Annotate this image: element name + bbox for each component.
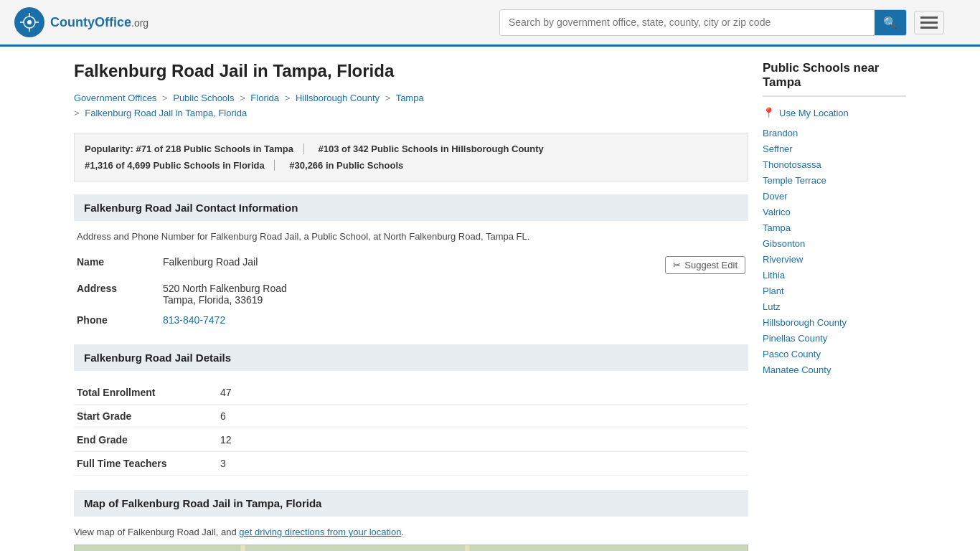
search-icon: 🔍 (883, 17, 897, 29)
address-value: 520 North Falkenburg Road Tampa, Florida… (160, 278, 748, 310)
details-section-header: Falkenburg Road Jail Details (74, 344, 748, 371)
list-item: Lithia (763, 269, 906, 281)
list-item: Pasco County (763, 348, 906, 359)
contact-section-desc: Address and Phone Number for Falkenburg … (74, 231, 748, 242)
enrollment-value: 47 (217, 381, 748, 405)
sidebar-link-seffner[interactable]: Seffner (763, 143, 793, 154)
list-item: Dover (763, 190, 906, 202)
sidebar-link-temple-terrace[interactable]: Temple Terrace (763, 175, 826, 186)
teachers-label: Full Time Teachers (74, 452, 217, 476)
logo-icon (14, 7, 44, 37)
logo-text: CountyOffice.org (50, 15, 149, 30)
list-item: Gibsonton (763, 237, 906, 249)
menu-bar-2 (920, 22, 938, 24)
menu-bar-1 (920, 17, 938, 19)
pop-item-3: #1,316 of 4,699 Public Schools in Florid… (85, 160, 265, 171)
popularity-label: Popularity: (85, 143, 133, 154)
list-item: Thonotosassa (763, 159, 906, 170)
breadcrumb-link-gov-offices[interactable]: Government Offices (74, 93, 156, 103)
menu-button[interactable] (914, 11, 944, 34)
breadcrumb-link-public-schools[interactable]: Public Schools (173, 93, 234, 103)
sidebar-link-pinellas[interactable]: Pinellas County (763, 333, 827, 344)
sidebar-link-hillsborough[interactable]: Hillsborough County (763, 317, 847, 328)
sidebar-link-lithia[interactable]: Lithia (763, 270, 785, 281)
details-table: Total Enrollment 47 Start Grade 6 End Gr… (74, 381, 748, 476)
list-item: Plant (763, 285, 906, 296)
search-box: 🔍 (499, 9, 907, 36)
driving-directions-link[interactable]: get driving directions from your locatio… (239, 527, 401, 537)
start-grade-label: Start Grade (74, 405, 217, 428)
list-item: Hillsborough County (763, 316, 906, 328)
sidebar-link-manatee[interactable]: Manatee County (763, 364, 831, 375)
sidebar-link-brandon[interactable]: Brandon (763, 128, 798, 138)
svg-rect-7 (75, 545, 748, 551)
suggest-edit-button[interactable]: ✂ Suggest Edit (665, 256, 745, 274)
list-item: Seffner (763, 143, 906, 154)
sidebar-link-dover[interactable]: Dover (763, 191, 788, 202)
search-area: 🔍 (499, 9, 944, 36)
sidebar-links-list: Brandon Seffner Thonotosassa Temple Terr… (763, 127, 906, 375)
start-grade-value: 6 (217, 405, 748, 428)
page-title: Falkenburg Road Jail in Tampa, Florida (74, 61, 748, 81)
breadcrumb-link-florida[interactable]: Florida (250, 93, 279, 103)
search-input[interactable] (500, 11, 875, 34)
pop-item-2: #103 of 342 Public Schools in Hillsborou… (319, 143, 544, 154)
sidebar: Public Schools near Tampa 📍 Use My Locat… (763, 61, 906, 551)
table-row: Address 520 North Falkenburg Road Tampa,… (74, 278, 748, 310)
phone-label: Phone (74, 310, 160, 330)
breadcrumb-link-current[interactable]: Falkenburg Road Jail in Tampa, Florida (85, 108, 247, 118)
table-row: Phone 813-840-7472 (74, 310, 748, 330)
sidebar-link-plant[interactable]: Plant (763, 286, 784, 296)
end-grade-value: 12 (217, 428, 748, 452)
table-row: Name Falkenburg Road Jail ✂ Suggest Edit (74, 252, 748, 278)
list-item: Pinellas County (763, 332, 906, 344)
sidebar-link-tampa[interactable]: Tampa (763, 222, 791, 233)
list-item: Brandon (763, 127, 906, 138)
name-value: Falkenburg Road Jail ✂ Suggest Edit (160, 252, 748, 278)
sidebar-link-gibsonton[interactable]: Gibsonton (763, 238, 805, 249)
list-item: Manatee County (763, 364, 906, 375)
list-item: Temple Terrace (763, 174, 906, 186)
pop-item-4: #30,266 in Public Schools (289, 160, 403, 171)
map-section-header: Map of Falkenburg Road Jail in Tampa, Fl… (74, 490, 748, 517)
main-container: Falkenburg Road Jail in Tampa, Florida G… (60, 47, 920, 551)
sidebar-link-riverview[interactable]: Riverview (763, 254, 803, 265)
end-grade-label: End Grade (74, 428, 217, 452)
list-item: Riverview (763, 253, 906, 265)
use-my-location-label: Use My Location (779, 108, 849, 118)
sidebar-link-pasco[interactable]: Pasco County (763, 349, 821, 359)
menu-bar-3 (920, 27, 938, 29)
table-row: Start Grade 6 (74, 405, 748, 428)
phone-link[interactable]: 813-840-7472 (163, 314, 225, 326)
address-label: Address (74, 278, 160, 310)
sidebar-link-thonotosassa[interactable]: Thonotosassa (763, 159, 821, 170)
breadcrumb-link-tampa[interactable]: Tampa (396, 93, 424, 103)
contact-table: Name Falkenburg Road Jail ✂ Suggest Edit… (74, 252, 748, 330)
edit-icon: ✂ (673, 260, 681, 270)
table-row: End Grade 12 (74, 428, 748, 452)
phone-value: 813-840-7472 (160, 310, 748, 330)
name-label: Name (74, 252, 160, 278)
teachers-value: 3 (217, 452, 748, 476)
breadcrumb: Government Offices > Public Schools > Fl… (74, 91, 748, 121)
contact-section-header: Falkenburg Road Jail Contact Information (74, 194, 748, 221)
list-item: Lutz (763, 301, 906, 312)
use-my-location-button[interactable]: 📍 Use My Location (763, 107, 849, 118)
map-description: View map of Falkenburg Road Jail, and ge… (74, 527, 748, 537)
site-header: CountyOffice.org 🔍 (0, 0, 980, 47)
logo-area: CountyOffice.org (14, 7, 149, 37)
list-item: Valrico (763, 206, 906, 217)
map-image: + − Sheriff's Office District 1 (75, 545, 748, 551)
location-pin-icon: 📍 (763, 107, 775, 118)
suggest-edit-label: Suggest Edit (684, 260, 738, 270)
sidebar-link-valrico[interactable]: Valrico (763, 207, 791, 217)
search-button[interactable]: 🔍 (875, 10, 906, 35)
table-row: Full Time Teachers 3 (74, 452, 748, 476)
sidebar-link-lutz[interactable]: Lutz (763, 301, 781, 312)
sidebar-title: Public Schools near Tampa (763, 61, 906, 97)
list-item: Tampa (763, 222, 906, 233)
content-area: Falkenburg Road Jail in Tampa, Florida G… (74, 61, 748, 551)
map-placeholder: + − Sheriff's Office District 1 (74, 545, 748, 551)
breadcrumb-link-hillsborough[interactable]: Hillsborough County (296, 93, 380, 103)
enrollment-label: Total Enrollment (74, 381, 217, 405)
